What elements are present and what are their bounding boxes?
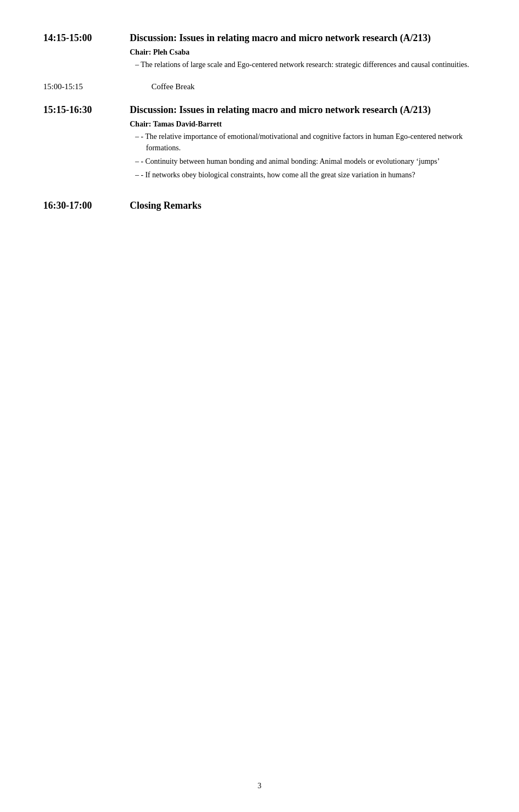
session-chair-2: Chair: Tamas David-Barrett xyxy=(130,120,476,129)
session-content-2: Chair: Tamas David-Barrett – - The relat… xyxy=(130,118,476,181)
page-number: 3 xyxy=(258,782,262,790)
session-bullet-1-0: – The relations of large scale and Ego-c… xyxy=(130,59,469,70)
closing-block: 16:30-17:00 Closing Remarks xyxy=(43,200,476,211)
session-bullet-2-1: – - Continuity between human bonding and… xyxy=(130,156,476,167)
session-title-1: Discussion: Issues in relating macro and… xyxy=(130,32,431,44)
coffee-break-label: Coffee Break xyxy=(130,82,195,91)
session-chair-1: Chair: Pleh Csaba xyxy=(130,48,469,57)
session-block-2: 15:15-16:30 Discussion: Issues in relati… xyxy=(43,104,476,181)
session-content-1: Chair: Pleh Csaba – The relations of lar… xyxy=(130,46,469,70)
session-bullet-2-0: – - The relative importance of emotional… xyxy=(130,131,476,154)
coffee-break-time: 15:00-15:15 xyxy=(43,82,130,91)
coffee-break-block: 15:00-15:15 Coffee Break xyxy=(43,82,476,91)
page: 14:15-15:00 Discussion: Issues in relati… xyxy=(0,0,519,812)
session-time-2: 15:15-16:30 xyxy=(43,104,130,116)
session-bullet-2-2: – - If networks obey biological constrai… xyxy=(130,170,476,181)
session-title-2: Discussion: Issues in relating macro and… xyxy=(130,104,431,116)
session-time-1: 14:15-15:00 xyxy=(43,32,130,44)
closing-title: Closing Remarks xyxy=(130,200,202,211)
closing-time: 16:30-17:00 xyxy=(43,200,130,211)
session-block-1: 14:15-15:00 Discussion: Issues in relati… xyxy=(43,32,476,70)
